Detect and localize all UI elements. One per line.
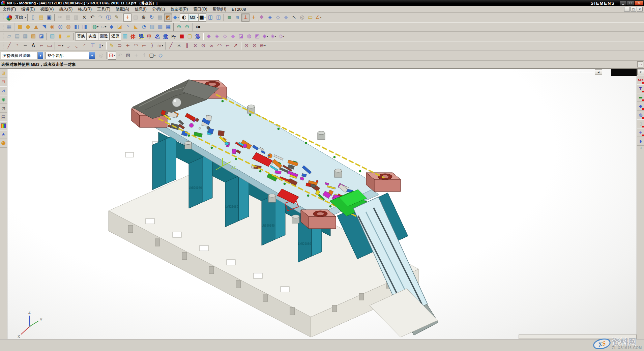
chevron-down-icon[interactable]: ▾ xyxy=(114,54,115,57)
arc-corner-button[interactable]: ◠ xyxy=(215,42,224,50)
measure-distance-button[interactable]: ▭ xyxy=(306,13,314,22)
studio-spline-button[interactable]: ∼▾ xyxy=(56,42,64,50)
mdi-restore-button[interactable]: □ xyxy=(631,7,636,12)
chevron-down-icon[interactable]: ▼ xyxy=(89,52,95,59)
wave-point-button[interactable]: ◈ xyxy=(213,32,221,40)
swept-button[interactable]: ▨ xyxy=(29,32,37,40)
face-display-button[interactable]: ▥ xyxy=(121,32,129,40)
render-style-button[interactable]: ◐ xyxy=(180,13,188,22)
chevron-down-icon[interactable]: ▾ xyxy=(275,35,276,38)
divide-curve-button[interactable]: ◟ xyxy=(72,42,81,50)
join-curve-button[interactable]: ⊃ xyxy=(116,42,124,50)
menu-view[interactable]: 视图(V) xyxy=(37,6,56,13)
menu-insert[interactable]: 插入(S) xyxy=(56,6,75,13)
arc-button[interactable]: ◝ xyxy=(13,42,21,50)
py-tool-button[interactable]: Py xyxy=(170,32,178,40)
pan-view-button[interactable]: ▦ xyxy=(156,13,164,22)
start-menu-button[interactable]: 开始▾ xyxy=(13,13,26,22)
journal-button[interactable]: ✎ xyxy=(113,13,121,22)
red-block-tool-button[interactable]: ■ xyxy=(178,32,186,40)
apply-structure-button[interactable]: 申 xyxy=(145,32,153,40)
extrude-button[interactable]: ◥ xyxy=(40,23,48,31)
edge-blend-button[interactable]: ◝ xyxy=(124,23,132,31)
text-curve-button[interactable]: A xyxy=(29,42,37,50)
wcs-display-button[interactable]: ⊥ xyxy=(241,13,250,22)
snapshot-button[interactable]: ◎ xyxy=(298,13,306,22)
close-button[interactable]: × xyxy=(635,1,643,5)
intersection-point-button[interactable]: + xyxy=(124,42,132,50)
angle-line-button[interactable]: ↗ xyxy=(232,42,240,50)
chevron-down-icon[interactable]: ▾ xyxy=(177,16,179,19)
ruled-surface-button[interactable]: ▱ xyxy=(5,32,13,40)
batch-button[interactable]: 批 xyxy=(162,32,170,40)
selection-scope-combo[interactable]: 整个装配 ▼ xyxy=(46,52,95,59)
menu-information[interactable]: 信息(I) xyxy=(132,6,149,13)
tab-roles[interactable]: ☻ xyxy=(0,139,7,148)
revolve-button[interactable]: ◉ xyxy=(48,23,56,31)
sketch-button[interactable]: ▦ xyxy=(5,23,13,31)
prompt-rail-button[interactable]: ▭ xyxy=(637,61,643,67)
invert-shown-button[interactable]: ◆ xyxy=(282,13,290,22)
nx-logo-button[interactable] xyxy=(5,13,13,22)
menu-tools[interactable]: 工具(T) xyxy=(94,6,113,13)
spring-tool-button[interactable]: 弹 xyxy=(137,32,145,40)
replace-button[interactable]: 替换 xyxy=(75,32,87,40)
clip-work-section-button[interactable]: ◫ xyxy=(214,13,223,22)
chevron-down-icon[interactable]: ▾ xyxy=(320,16,322,19)
project-curve-button[interactable]: ⊤ xyxy=(89,42,97,50)
line-button[interactable]: ╱ xyxy=(5,42,13,50)
two-circle-button[interactable]: ∞ xyxy=(207,42,215,50)
mdi-minimize-button[interactable]: _ xyxy=(624,7,630,12)
subtract-target-button[interactable]: ⊖ xyxy=(183,23,191,31)
basic-line-button[interactable]: ╱ xyxy=(167,42,175,50)
redo-button[interactable]: ↷ xyxy=(96,13,105,22)
measure-angle-button[interactable]: ∠▾ xyxy=(314,13,322,22)
smooth-spline-button[interactable]: ≈▾ xyxy=(156,42,164,50)
tab-reuse-plate[interactable]: ◍ xyxy=(637,111,644,119)
cylinder-button[interactable]: ● xyxy=(24,23,32,31)
solid-translucency-button[interactable]: 实透 xyxy=(87,32,98,40)
chevron-down-icon[interactable]: ▾ xyxy=(197,16,198,19)
tab-constraint-navigator[interactable]: ⊟ xyxy=(0,78,7,86)
boss-button[interactable]: ◍ xyxy=(64,23,72,31)
subtract-button[interactable]: ◪ xyxy=(116,23,124,31)
resource-bar-collapse-arrow[interactable]: ◂ xyxy=(637,146,644,149)
tab-part-navigator[interactable]: ⊿ xyxy=(0,86,7,95)
tab-reuse-elbow[interactable]: ◗ xyxy=(637,137,644,146)
delete-button[interactable]: × xyxy=(80,13,88,22)
datum-plane-button[interactable]: ▱▾ xyxy=(99,23,108,31)
extension-surface-button[interactable]: ▰ xyxy=(64,32,72,40)
tab-reuse-bracket[interactable]: ◆ xyxy=(637,102,644,111)
undo-button[interactable]: ↶ xyxy=(88,13,96,22)
suppress-button[interactable]: 休 xyxy=(129,32,137,40)
instance-feature-button[interactable]: ▦ xyxy=(164,23,172,31)
menu-file[interactable]: 文件(F) xyxy=(0,6,19,13)
block-button[interactable]: ■ xyxy=(16,23,24,31)
marquee-select-button[interactable]: ▢▾ xyxy=(148,52,156,60)
shaded-selection-button[interactable]: ◇ xyxy=(156,52,165,60)
chevron-down-icon[interactable]: ▾ xyxy=(62,44,63,47)
scroll-left-button[interactable]: ◄ xyxy=(595,69,602,75)
toolbar-grip[interactable] xyxy=(2,14,4,21)
circle-point-button[interactable]: ⊙ xyxy=(199,42,207,50)
tab-history[interactable]: ◔ xyxy=(0,104,7,113)
wave-region-button[interactable]: ◍ xyxy=(245,32,253,40)
menu-window[interactable]: 窗口(O) xyxy=(191,6,210,13)
linked-mirror-button[interactable]: ◇▾ xyxy=(277,32,286,40)
chevron-down-icon[interactable]: ▾ xyxy=(25,16,26,19)
toolbar-grip[interactable] xyxy=(2,33,4,40)
selection-arrow-button[interactable]: ↖ xyxy=(290,13,298,22)
save-button[interactable]: ▣ xyxy=(45,13,53,22)
selection-filter-combo[interactable]: 没有选择过滤器 ▼ xyxy=(1,52,43,59)
pad-button[interactable]: ◨ xyxy=(81,23,89,31)
toolbar-grip[interactable] xyxy=(2,42,4,49)
chevron-down-icon[interactable]: ▾ xyxy=(283,35,284,38)
promote-body-button[interactable]: ◈▾ xyxy=(269,32,277,40)
fit-view-button[interactable]: + xyxy=(123,13,131,22)
tab-internet-explorer[interactable]: ◉ xyxy=(0,95,7,104)
unite-button[interactable]: ◆ xyxy=(108,23,116,31)
menu-help[interactable]: 帮助(H) xyxy=(210,6,229,13)
rotate-view-button[interactable]: ↻ xyxy=(148,13,156,22)
chevron-down-icon[interactable]: ▾ xyxy=(102,44,103,47)
graphics-viewport[interactable]: LWB20086LWB20086 LWB20086LWB20086 xyxy=(7,69,637,339)
